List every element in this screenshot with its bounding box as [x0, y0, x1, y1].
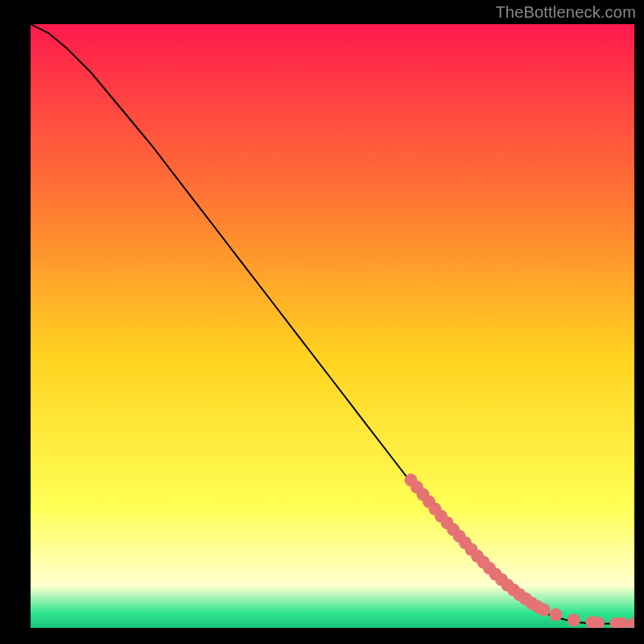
chart-plot	[31, 24, 634, 628]
attribution-label: TheBottleneck.com	[495, 3, 636, 22]
data-point	[538, 604, 551, 617]
data-point	[568, 613, 580, 626]
data-point	[550, 609, 563, 621]
chart-canvas: TheBottleneck.com	[0, 0, 644, 644]
plot-background	[31, 24, 634, 628]
